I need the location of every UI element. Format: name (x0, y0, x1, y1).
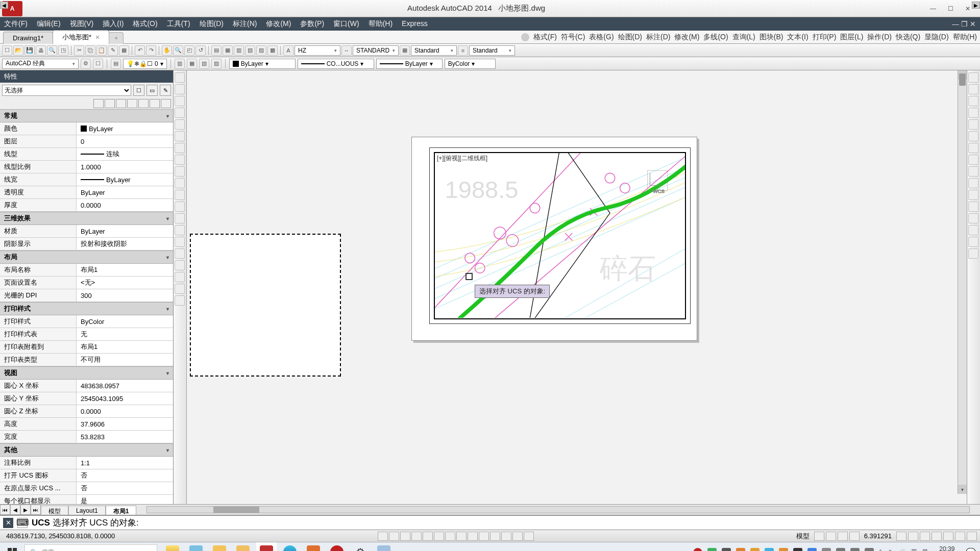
revcloud-tool[interactable] (175, 155, 185, 165)
prop-row[interactable]: 打开 UCS 图标否 (0, 469, 173, 482)
prop-value[interactable]: 否 (77, 482, 173, 494)
tray-icon-5[interactable] (750, 548, 760, 552)
start-button[interactable] (0, 542, 24, 552)
new-button[interactable]: ☐ (2, 45, 12, 56)
pim-button[interactable]: ✎ (160, 85, 171, 96)
mdi-minimize-button[interactable]: — (952, 20, 959, 28)
taskbar-app-1[interactable] (162, 542, 183, 552)
taskbar-edge[interactable] (280, 542, 300, 552)
viewport-caption[interactable]: [+][俯视][二维线框] (437, 154, 487, 163)
isolate-toggle[interactable] (955, 532, 965, 541)
prop-value[interactable]: ByLayer (77, 173, 173, 186)
prop-row[interactable]: 线型比例1.0000 (0, 161, 173, 173)
tray-shield-icon[interactable] (779, 548, 788, 552)
document-tab[interactable]: 小地形图*× (53, 30, 109, 44)
prop-row[interactable]: 注释比例1:1 (0, 457, 173, 469)
collapse-icon[interactable]: ▾ (166, 370, 169, 376)
scale-tool[interactable] (968, 155, 978, 165)
collapse-icon[interactable]: ▾ (166, 306, 169, 312)
rotate-tool[interactable] (968, 143, 978, 153)
menu-编辑e[interactable]: 编辑(E) (37, 19, 61, 29)
prop-row[interactable]: 每个视口都显示是 (0, 495, 173, 504)
sheet-button[interactable]: ▧ (245, 45, 255, 56)
prop-group-header[interactable]: 其他▾ (0, 443, 173, 457)
tray-mic-icon[interactable] (850, 548, 860, 552)
annoscale-icon[interactable] (849, 532, 860, 541)
new-tab-button[interactable]: + (109, 32, 124, 44)
prop-value[interactable]: ByLayer (77, 186, 173, 198)
collapse-icon[interactable]: ▾ (166, 216, 169, 221)
tab-close-button[interactable]: × (95, 33, 100, 41)
mdi-restore-button[interactable]: ❐ (961, 20, 968, 28)
prop-row[interactable]: 页面设置名<无> (0, 277, 173, 289)
prop-group-header[interactable]: 打印样式▾ (0, 302, 173, 315)
taskbar-search[interactable]: 🔍 搜索 (24, 544, 157, 552)
tray-icon-6[interactable] (765, 548, 774, 552)
menu2-打印p[interactable]: 打印(P) (813, 33, 837, 42)
menu-参数p[interactable]: 参数(P) (300, 19, 324, 29)
menu-窗口w[interactable]: 窗口(W) (333, 19, 359, 29)
layer-iso-button[interactable]: ▦ (187, 59, 197, 69)
notifications-icon[interactable]: 💬 (966, 547, 976, 551)
hardware-toggle[interactable] (943, 532, 953, 541)
menu2-帮助h[interactable]: 帮助(H) (953, 33, 977, 42)
layout-last-button[interactable]: ⏭ (31, 505, 41, 515)
prop-row[interactable]: 线型连续 (0, 148, 173, 161)
array-tool[interactable] (968, 119, 978, 130)
tray-wechat-icon[interactable] (707, 548, 717, 552)
prop-value[interactable]: 300 (77, 289, 173, 302)
select-objects-button[interactable]: ▭ (146, 85, 158, 96)
plugin-icon[interactable] (521, 33, 529, 41)
taskbar-app-2[interactable] (186, 542, 206, 552)
save-button[interactable]: 💾 (24, 45, 35, 56)
otrack-toggle[interactable] (445, 532, 455, 541)
prop-group-header[interactable]: 布局▾ (0, 251, 173, 264)
zoom-rt-button[interactable]: 🔍 (173, 45, 183, 56)
viewport[interactable]: [+][俯视][二维线框] (434, 152, 686, 319)
prop-row[interactable]: 圆心 X 坐标483638.0957 (0, 380, 173, 392)
ime-lang[interactable]: 英 (911, 548, 917, 551)
ellipse-arc-tool[interactable] (175, 190, 185, 200)
rectangle-tool[interactable] (175, 119, 185, 130)
prop-row[interactable]: 在原点显示 UCS ...否 (0, 482, 173, 495)
menu-工具t[interactable]: 工具(T) (167, 19, 190, 29)
cmdline-close-button[interactable]: ✕ (3, 518, 13, 528)
collapse-icon[interactable]: ▾ (166, 113, 169, 119)
layout-prev-button[interactable]: ◀ (10, 505, 20, 515)
snap-toggle[interactable] (378, 532, 388, 541)
prop-value[interactable]: 布局1 (77, 264, 173, 276)
menu-标注n[interactable]: 标注(N) (233, 19, 257, 29)
move-tool[interactable] (968, 131, 978, 141)
stretch-tool[interactable] (968, 166, 978, 177)
erase-tool[interactable] (968, 72, 978, 83)
prop-row[interactable]: 布局名称布局1 (0, 264, 173, 277)
menu2-显隐d[interactable]: 显隐(D) (924, 33, 948, 42)
props-button[interactable]: ▤ (211, 45, 222, 56)
quick-select-button[interactable]: ☐ (133, 85, 144, 96)
fillet-tool[interactable] (968, 237, 978, 247)
mline-style-icon[interactable]: ≡ (458, 45, 468, 56)
menu-格式o[interactable]: 格式(O) (133, 19, 157, 29)
prop-group-header[interactable]: 视图▾ (0, 366, 173, 380)
grid-toggle[interactable] (389, 532, 399, 541)
menu-修改m[interactable]: 修改(M) (266, 19, 291, 29)
explode-tool[interactable] (968, 248, 978, 259)
drawing-canvas[interactable]: [+][俯视][二维线框] (187, 70, 967, 504)
tray-network-icon[interactable]: 🖧 (887, 549, 893, 552)
mline-style-combo[interactable]: Standard▾ (469, 45, 515, 56)
prop-row[interactable]: 线宽ByLayer (0, 173, 173, 186)
plotstyle-combo[interactable]: ByColor▾ (445, 59, 496, 69)
tray-icon-3[interactable] (722, 548, 731, 552)
prop-row[interactable]: 厚度0.0000 (0, 199, 173, 212)
layer-prev-button[interactable]: ▧ (199, 59, 209, 69)
ime-mode[interactable]: 筆 (922, 548, 928, 551)
print-button[interactable]: 🖶 (36, 45, 46, 56)
line-tool[interactable] (175, 72, 185, 83)
break-tool[interactable] (968, 202, 978, 212)
insert-tool[interactable] (175, 202, 185, 212)
color-combo[interactable]: ByLayer▾ (229, 59, 296, 69)
markup-button[interactable]: ▨ (256, 45, 266, 56)
chamfer-tool[interactable] (968, 225, 978, 235)
dim-style-icon[interactable]: ↔ (341, 45, 352, 56)
layer-match-button[interactable]: ▨ (211, 59, 222, 69)
